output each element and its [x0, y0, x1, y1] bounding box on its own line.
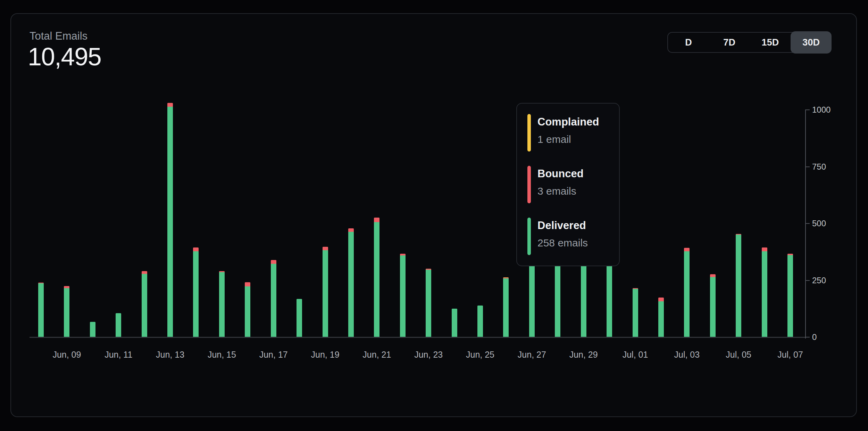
delivered-segment [271, 264, 276, 337]
tooltip-entry-bounced: Bounced 3 emails [527, 166, 612, 203]
x-axis-tick-label: Jun, 09 [37, 350, 96, 360]
tooltip-label: Delivered [537, 219, 588, 232]
delivered-segment [219, 272, 225, 337]
bar-day-7[interactable] [193, 247, 199, 337]
tooltip-label: Bounced [537, 168, 584, 180]
bounced-segment [193, 247, 199, 252]
bar-day-6[interactable] [167, 103, 173, 337]
tooltip-label: Complained [537, 116, 599, 128]
bounced-segment [323, 247, 328, 250]
bar-day-1[interactable] [38, 283, 44, 337]
bar-day-30[interactable] [787, 254, 793, 337]
delivered-segment [167, 107, 173, 337]
y-axis-tick [805, 166, 810, 167]
bar-day-5[interactable] [142, 271, 147, 337]
y-axis-tick-label: 750 [812, 162, 826, 172]
x-axis-tick-label: Jul, 07 [761, 350, 820, 360]
bar-day-2[interactable] [64, 286, 69, 337]
tooltip-entry-complained: Complained 1 email [527, 114, 612, 152]
bar-day-13[interactable] [348, 228, 354, 337]
chart-tooltip: Complained 1 email Bounced 3 emails Deli… [516, 103, 620, 266]
tooltip-entry-delivered: Delivered 258 emails [527, 218, 612, 255]
delivered-segment [762, 251, 767, 337]
delivered-segment [116, 313, 121, 337]
plot-area: 02505007501000Jun, 09Jun, 11Jun, 13Jun, … [0, 0, 868, 431]
bounced-segment [374, 218, 379, 222]
bar-day-4[interactable] [116, 313, 121, 337]
bar-day-26[interactable] [684, 248, 690, 337]
bar-day-25[interactable] [658, 298, 664, 337]
x-axis-tick-label: Jun, 29 [554, 350, 613, 360]
bar-day-8[interactable] [219, 271, 225, 337]
x-axis-line [30, 337, 805, 338]
delivered-segment [426, 270, 431, 337]
delivered-segment [142, 274, 147, 337]
bounced-segment [348, 228, 354, 232]
y-axis-tick [805, 337, 810, 338]
bar-day-14[interactable] [374, 218, 379, 337]
x-axis-tick-label: Jun, 19 [296, 350, 355, 360]
delivered-segment [736, 235, 741, 337]
bar-day-17[interactable] [452, 309, 457, 337]
delivered-segment [658, 301, 664, 337]
x-axis-tick-label: Jul, 03 [657, 350, 716, 360]
delivered-segment [245, 286, 250, 337]
bar-day-10[interactable] [271, 260, 276, 337]
bounced-segment [245, 282, 250, 286]
bounced-segment [271, 260, 276, 263]
bounced-swatch-icon [527, 166, 531, 203]
delivered-segment [400, 255, 406, 337]
x-axis-tick-label: Jun, 15 [192, 350, 251, 360]
bounced-segment [658, 298, 664, 301]
delivered-segment [64, 288, 69, 337]
bounced-segment [167, 103, 173, 106]
bounced-segment [710, 274, 716, 277]
y-axis-tick [805, 223, 810, 224]
delivered-segment [348, 232, 354, 337]
delivered-segment [503, 278, 509, 337]
x-axis-tick-label: Jun, 17 [244, 350, 303, 360]
y-axis-tick-label: 1000 [812, 105, 831, 115]
delivered-segment [90, 322, 95, 337]
bar-day-15[interactable] [400, 254, 406, 337]
bar-day-28[interactable] [736, 234, 741, 337]
x-axis-tick-label: Jun, 23 [399, 350, 458, 360]
x-axis-tick-label: Jun, 25 [451, 350, 510, 360]
bounced-segment [762, 247, 767, 251]
tooltip-value: 3 emails [537, 185, 584, 197]
delivered-segment [633, 289, 638, 337]
bar-day-29[interactable] [762, 247, 767, 337]
bar-day-27[interactable] [710, 274, 716, 337]
tooltip-value: 258 emails [537, 237, 588, 249]
x-axis-tick-label: Jul, 01 [606, 350, 665, 360]
bar-day-12[interactable] [323, 247, 328, 337]
delivered-segment [710, 277, 716, 337]
bar-day-11[interactable] [297, 299, 302, 337]
bounced-segment [684, 248, 690, 251]
bounced-segment [142, 271, 147, 274]
y-axis-tick-label: 500 [812, 218, 826, 229]
bar-day-16[interactable] [426, 269, 431, 337]
delivered-segment [452, 309, 457, 337]
delivered-swatch-icon [527, 218, 531, 255]
delivered-segment [323, 250, 328, 337]
complained-swatch-icon [527, 114, 531, 152]
delivered-segment [477, 306, 483, 337]
email-analytics-panel: Total Emails 10,495 D 7D 15D 30D 0250500… [0, 0, 868, 431]
delivered-segment [374, 222, 379, 337]
bar-day-18[interactable] [477, 306, 483, 337]
y-axis-tick [805, 280, 810, 281]
bar-day-24[interactable] [633, 288, 638, 337]
delivered-segment [684, 251, 690, 337]
x-axis-tick-label: Jun, 27 [502, 350, 561, 360]
x-axis-tick-label: Jun, 13 [141, 350, 200, 360]
y-axis-line [805, 110, 806, 339]
bar-day-3[interactable] [90, 322, 95, 337]
y-axis-tick-label: 0 [812, 332, 817, 342]
bar-day-19[interactable] [503, 277, 509, 337]
y-axis-tick-label: 250 [812, 275, 826, 286]
bar-day-9[interactable] [245, 282, 250, 337]
y-axis-tick [805, 109, 810, 110]
x-axis-tick-label: Jun, 11 [89, 350, 148, 360]
delivered-segment [38, 283, 44, 337]
